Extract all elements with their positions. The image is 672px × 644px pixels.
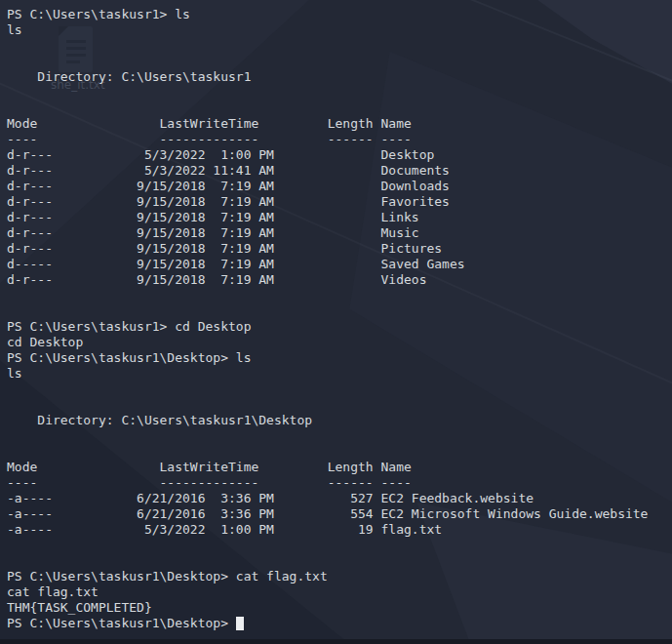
- terminal-line: Mode LastWriteTime Length Name: [7, 460, 672, 475]
- terminal-line: cd Desktop: [7, 335, 672, 350]
- terminal-line: d-r--- 9/15/2018 7:19 AM Links: [7, 210, 672, 225]
- terminal-line: -a---- 6/21/2016 3:36 PM 527 EC2 Feedbac…: [7, 491, 672, 506]
- terminal-line: d----- 9/15/2018 7:19 AM Saved Games: [7, 257, 672, 272]
- terminal-line: [7, 382, 672, 397]
- terminal-line: PS C:\Users\taskusr1> cd Desktop: [7, 319, 672, 335]
- terminal-line: d-r--- 9/15/2018 7:19 AM Pictures: [7, 241, 672, 257]
- terminal-line: [7, 288, 672, 303]
- terminal-line: PS C:\Users\taskusr1\Desktop>: [7, 616, 672, 631]
- terminal-line: ---- ------------- ------ ----: [7, 132, 672, 147]
- remote-desktop-screen: she_it.txt PS C:\Users\taskusr1> lsls Di…: [0, 0, 672, 644]
- terminal-line: d-r--- 9/15/2018 7:19 AM Videos: [7, 272, 672, 288]
- terminal-line: [7, 397, 672, 413]
- terminal-line: d-r--- 9/15/2018 7:19 AM Downloads: [7, 179, 672, 194]
- terminal-line: PS C:\Users\taskusr1\Desktop> ls: [7, 350, 672, 366]
- terminal-lines: PS C:\Users\taskusr1> lsls Directory: C:…: [7, 7, 672, 631]
- terminal-line: ls: [7, 22, 672, 38]
- terminal-line: -a---- 6/21/2016 3:36 PM 554 EC2 Microso…: [7, 506, 672, 522]
- terminal-line: PS C:\Users\taskusr1> ls: [7, 7, 672, 22]
- terminal-line: PS C:\Users\taskusr1\Desktop> cat flag.t…: [7, 569, 672, 584]
- terminal-line: ---- ------------- ------ ----: [7, 475, 672, 491]
- terminal-line: [7, 303, 672, 319]
- terminal-line: [7, 444, 672, 460]
- text-cursor: [236, 617, 244, 630]
- terminal-line: d-r--- 5/3/2022 11:41 AM Documents: [7, 163, 672, 179]
- terminal-line: [7, 553, 672, 569]
- terminal-line: cat flag.txt: [7, 584, 672, 600]
- terminal-line: d-r--- 9/15/2018 7:19 AM Favorites: [7, 194, 672, 210]
- terminal-line: ls: [7, 366, 672, 382]
- terminal-line: [7, 54, 672, 69]
- terminal-line: [7, 101, 672, 116]
- terminal-line: d-r--- 9/15/2018 7:19 AM Music: [7, 225, 672, 241]
- terminal-line: -a---- 5/3/2022 1:00 PM 19 flag.txt: [7, 522, 672, 538]
- terminal-line: [7, 428, 672, 444]
- terminal-line: d-r--- 5/3/2022 1:00 PM Desktop: [7, 147, 672, 163]
- terminal-line: Mode LastWriteTime Length Name: [7, 116, 672, 132]
- terminal-line: [7, 85, 672, 101]
- terminal-line: THM{TASK_COMPLETED}: [7, 600, 672, 616]
- terminal-line: [7, 538, 672, 553]
- powershell-terminal[interactable]: PS C:\Users\taskusr1> lsls Directory: C:…: [0, 0, 672, 644]
- screen-bottom-edge: [0, 639, 672, 644]
- terminal-line: [7, 38, 672, 54]
- terminal-line: Directory: C:\Users\taskusr1\Desktop: [7, 413, 672, 428]
- terminal-line: Directory: C:\Users\taskusr1: [7, 69, 672, 85]
